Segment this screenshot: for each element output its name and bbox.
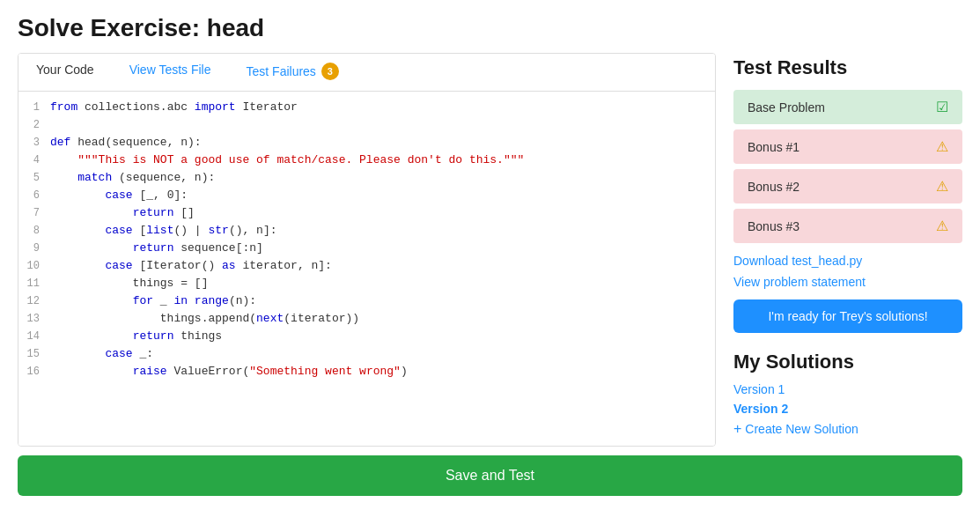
left-panel: Your Code View Tests File Test Failures … — [18, 53, 716, 447]
create-new-solution[interactable]: + Create New Solution — [733, 421, 962, 437]
line-code: def head(sequence, n): — [50, 134, 715, 152]
code-line: 2 — [18, 116, 715, 134]
test-result-item: Bonus #1⚠ — [733, 129, 962, 164]
check-icon: ☑ — [936, 99, 948, 115]
line-number: 4 — [18, 152, 50, 169]
line-code: for _ in range(n): — [50, 292, 715, 310]
line-code: """This is NOT a good use of match/case.… — [50, 152, 715, 169]
line-number: 11 — [18, 275, 50, 292]
right-panel: Test Results Base Problem☑Bonus #1⚠Bonus… — [733, 53, 962, 447]
page: Solve Exercise: head Your Code View Test… — [0, 0, 980, 510]
code-line: 3def head(sequence, n): — [18, 134, 715, 152]
tab-your-code[interactable]: Your Code — [18, 54, 112, 91]
download-test-link[interactable]: Download test_head.py — [733, 254, 962, 268]
code-line: 16 raise ValueError("Something went wron… — [18, 363, 715, 381]
code-line: 12 for _ in range(n): — [18, 292, 715, 310]
solution-version-link[interactable]: Version 1 — [733, 382, 962, 396]
page-title: Solve Exercise: head — [0, 0, 980, 53]
code-line: 8 case [list() | str(), n]: — [18, 222, 715, 240]
test-result-label: Base Problem — [748, 100, 825, 115]
line-code — [50, 116, 715, 134]
test-result-item: Bonus #2⚠ — [733, 169, 962, 203]
plus-icon: + — [733, 421, 741, 437]
line-code: things = [] — [50, 275, 715, 292]
view-problem-link[interactable]: View problem statement — [733, 275, 962, 289]
main-area: Your Code View Tests File Test Failures … — [0, 53, 980, 447]
solution-version-link[interactable]: Version 2 — [733, 402, 962, 416]
test-results-title: Test Results — [733, 56, 962, 79]
test-result-label: Bonus #3 — [748, 219, 799, 233]
tab-view-tests[interactable]: View Tests File — [112, 54, 229, 91]
code-line: 1from collections.abc import Iterator — [18, 99, 715, 116]
code-line: 9 return sequence[:n] — [18, 240, 715, 257]
line-code: things.append(next(iterator)) — [50, 310, 715, 328]
warning-icon: ⚠ — [936, 138, 948, 155]
line-code: return sequence[:n] — [50, 240, 715, 257]
failures-badge: 3 — [321, 63, 339, 80]
warning-icon: ⚠ — [936, 218, 948, 234]
code-line: 11 things = [] — [18, 275, 715, 292]
tabs-bar: Your Code View Tests File Test Failures … — [18, 54, 715, 92]
code-line: 5 match (sequence, n): — [18, 169, 715, 187]
code-line: 14 return things — [18, 328, 715, 345]
code-line: 6 case [_, 0]: — [18, 187, 715, 204]
test-results-list: Base Problem☑Bonus #1⚠Bonus #2⚠Bonus #3⚠ — [733, 90, 962, 243]
code-line: 13 things.append(next(iterator)) — [18, 310, 715, 328]
line-code: from collections.abc import Iterator — [50, 99, 715, 116]
line-number: 14 — [18, 328, 50, 345]
line-code: return things — [50, 328, 715, 345]
solution-versions: Version 1Version 2 — [733, 382, 962, 416]
line-number: 6 — [18, 187, 50, 204]
code-line: 10 case [Iterator() as iterator, n]: — [18, 257, 715, 275]
line-number: 5 — [18, 169, 50, 187]
test-result-label: Bonus #2 — [748, 180, 799, 194]
save-and-test-button[interactable]: Save and Test — [18, 455, 962, 496]
test-failures-label: Test Failures — [247, 64, 316, 78]
create-new-label: Create New Solution — [745, 422, 858, 436]
line-code: case [_, 0]: — [50, 187, 715, 204]
line-number: 2 — [18, 116, 50, 134]
line-code: case _: — [50, 345, 715, 363]
line-number: 3 — [18, 134, 50, 152]
line-number: 1 — [18, 99, 50, 116]
test-result-item: Base Problem☑ — [733, 90, 962, 124]
tab-test-failures[interactable]: Test Failures 3 — [229, 54, 357, 91]
code-line: 4 """This is NOT a good use of match/cas… — [18, 152, 715, 169]
save-bar: Save and Test — [0, 447, 980, 510]
code-editor[interactable]: 1from collections.abc import Iterator23d… — [18, 92, 715, 446]
my-solutions-title: My Solutions — [733, 351, 962, 373]
line-code: case [list() | str(), n]: — [50, 222, 715, 240]
line-code: match (sequence, n): — [50, 169, 715, 187]
warning-icon: ⚠ — [936, 178, 948, 195]
line-number: 9 — [18, 240, 50, 257]
line-code: return [] — [50, 204, 715, 222]
line-number: 13 — [18, 310, 50, 328]
line-number: 15 — [18, 345, 50, 363]
test-result-item: Bonus #3⚠ — [733, 209, 962, 243]
code-line: 7 return [] — [18, 204, 715, 222]
code-line: 15 case _: — [18, 345, 715, 363]
line-code: case [Iterator() as iterator, n]: — [50, 257, 715, 275]
test-result-label: Bonus #1 — [748, 140, 799, 154]
line-number: 8 — [18, 222, 50, 240]
trey-solutions-button[interactable]: I'm ready for Trey's solutions! — [733, 299, 962, 333]
line-number: 10 — [18, 257, 50, 275]
line-number: 7 — [18, 204, 50, 222]
line-number: 12 — [18, 292, 50, 310]
line-number: 16 — [18, 363, 50, 381]
line-code: raise ValueError("Something went wrong") — [50, 363, 715, 381]
result-links: Download test_head.py View problem state… — [733, 254, 962, 289]
